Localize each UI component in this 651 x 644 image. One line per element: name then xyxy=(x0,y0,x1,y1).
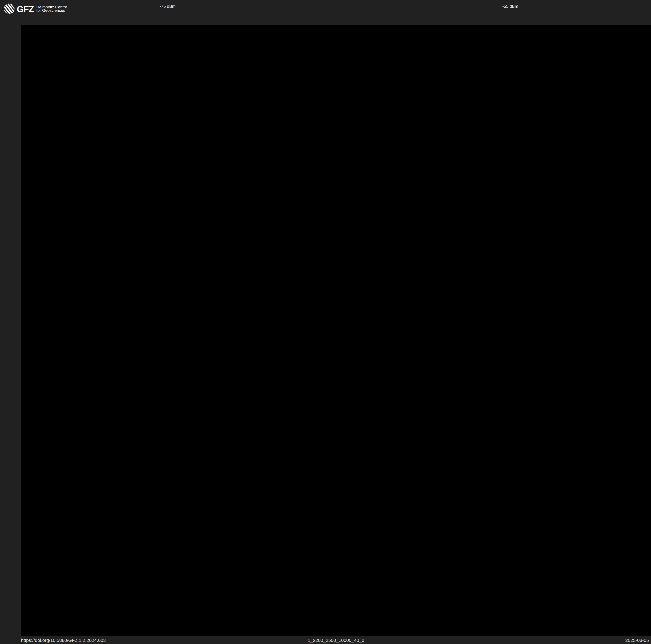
colorbar-max-label: -55 dBm xyxy=(502,4,536,9)
colorbar-min-label: -75 dBm xyxy=(147,4,176,9)
date-label: 2025-03-05 xyxy=(546,638,649,643)
gfz-logo-subtitle-line2: for Geosciences xyxy=(36,9,67,12)
colorbar-gradient xyxy=(179,4,492,9)
gfz-logo-icon xyxy=(4,3,15,14)
spectrogram-page: GFZ Helmholtz Centre for Geosciences -75… xyxy=(0,0,651,644)
spectrogram-canvas xyxy=(21,25,651,636)
gfz-logo-text: GFZ xyxy=(17,4,34,14)
gfz-logo-subtitle: Helmholtz Centre for Geosciences xyxy=(36,5,67,12)
